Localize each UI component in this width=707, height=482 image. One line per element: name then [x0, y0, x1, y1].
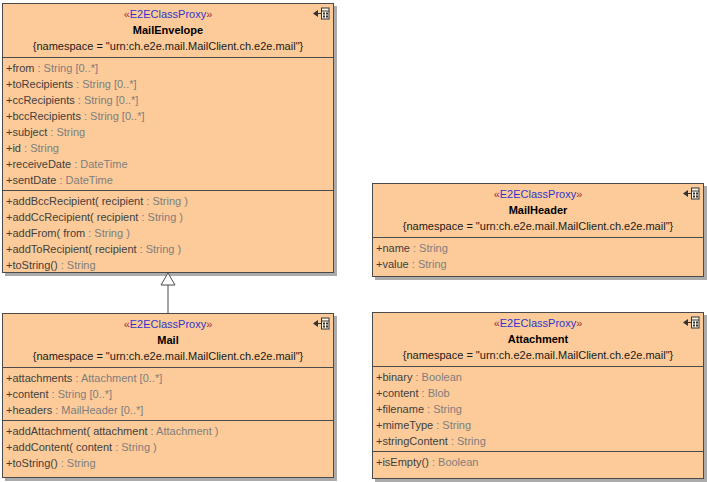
attributes-compartment: +binary : Boolean+content : Blob+filenam… — [373, 367, 703, 452]
class-stereotype: «E2EClassProxy» — [376, 186, 700, 202]
attribute-row: +content : String [0..*] — [6, 386, 330, 402]
class-namespace: {namespace = "urn:ch.e2e.mail.MailClient… — [6, 348, 330, 364]
class-stereotype: «E2EClassProxy» — [376, 315, 700, 331]
class-stereotype: «E2EClassProxy» — [6, 6, 330, 22]
operation-row: +toString() : String — [6, 257, 330, 273]
class-namespace: {namespace = "urn:ch.e2e.mail.MailClient… — [6, 38, 330, 54]
operation-row: +toString() : String — [6, 455, 330, 471]
class-box-attachment[interactable]: «E2EClassProxy» Attachment {namespace = … — [372, 312, 704, 479]
attribute-row: +id : String — [6, 140, 330, 156]
operation-row: +addFrom( from : String ) — [6, 225, 330, 241]
attribute-row: +headers : MailHeader [0..*] — [6, 402, 330, 418]
attributes-compartment: +attachments : Attachment [0..*]+content… — [3, 368, 333, 421]
proxy-class-icon — [683, 187, 700, 200]
class-box-mailenvelope[interactable]: «E2EClassProxy» MailEnvelope {namespace … — [2, 3, 334, 273]
class-header: «E2EClassProxy» MailHeader {namespace = … — [373, 184, 703, 238]
attribute-row: +toRecipients : String [0..*] — [6, 76, 330, 92]
attribute-row: +attachments : Attachment [0..*] — [6, 370, 330, 386]
attributes-compartment: +from : String [0..*]+toRecipients : Str… — [3, 58, 333, 191]
attribute-row: +stringContent : String — [376, 433, 700, 449]
attribute-row: +receiveDate : DateTime — [6, 156, 330, 172]
attribute-row: +binary : Boolean — [376, 369, 700, 385]
operation-row: +addContent( content : String ) — [6, 439, 330, 455]
operation-row: +addBccRecipient( recipient : String ) — [6, 193, 330, 209]
attribute-row: +name : String — [376, 240, 700, 256]
attribute-row: +from : String [0..*] — [6, 60, 330, 76]
class-header: «E2EClassProxy» MailEnvelope {namespace … — [3, 4, 333, 58]
operations-compartment: +addBccRecipient( recipient : String )+a… — [3, 191, 333, 275]
operation-row: +addAttachment( attachment : Attachment … — [6, 423, 330, 439]
attribute-row: +value : String — [376, 256, 700, 272]
operation-row: +isEmpty() : Boolean — [376, 454, 700, 470]
class-name: MailHeader — [376, 202, 700, 218]
operations-compartment: +isEmpty() : Boolean — [373, 452, 703, 478]
class-name: Mail — [6, 332, 330, 348]
class-namespace: {namespace = "urn:ch.e2e.mail.MailClient… — [376, 347, 700, 363]
attributes-compartment: +name : String+value : String — [373, 238, 703, 276]
attribute-row: +sentDate : DateTime — [6, 172, 330, 188]
attribute-row: +bccRecipients : String [0..*] — [6, 108, 330, 124]
attribute-row: +mimeType : String — [376, 417, 700, 433]
class-namespace: {namespace = "urn:ch.e2e.mail.MailClient… — [376, 218, 700, 234]
diagram-canvas: «E2EClassProxy» MailEnvelope {namespace … — [0, 0, 707, 482]
operation-row: +addCcRecipient( recipient : String ) — [6, 209, 330, 225]
attribute-row: +ccRecipients : String [0..*] — [6, 92, 330, 108]
attribute-row: +subject : String — [6, 124, 330, 140]
class-stereotype: «E2EClassProxy» — [6, 316, 330, 332]
operation-row: +addToRecipient( recipient : String ) — [6, 241, 330, 257]
proxy-class-icon — [313, 7, 330, 20]
class-header: «E2EClassProxy» Attachment {namespace = … — [373, 313, 703, 367]
class-name: Attachment — [376, 331, 700, 347]
proxy-class-icon — [313, 317, 330, 330]
class-box-mailheader[interactable]: «E2EClassProxy» MailHeader {namespace = … — [372, 183, 704, 277]
class-name: MailEnvelope — [6, 22, 330, 38]
generalization-arrow-mail-to-mailenvelope[interactable] — [156, 272, 180, 314]
attribute-row: +filename : String — [376, 401, 700, 417]
class-header: «E2EClassProxy» Mail {namespace = "urn:c… — [3, 314, 333, 368]
class-box-mail[interactable]: «E2EClassProxy» Mail {namespace = "urn:c… — [2, 313, 334, 478]
proxy-class-icon — [683, 316, 700, 329]
operations-compartment: +addAttachment( attachment : Attachment … — [3, 421, 333, 477]
attribute-row: +content : Blob — [376, 385, 700, 401]
